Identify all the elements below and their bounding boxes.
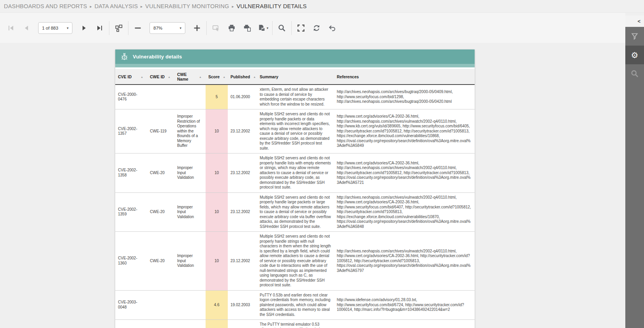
cell-score: 4.6 [206, 291, 228, 320]
magnifier-icon [278, 24, 286, 32]
column-header-cwe-id[interactable]: CWE ID▲ [147, 69, 174, 84]
zoom-level-select[interactable]: 87% ▾ [150, 22, 185, 34]
selection-pointer-icon [212, 24, 220, 32]
cell-published: 01.06.2000 [228, 85, 257, 109]
breadcrumb-arrow-icon: ▸ [90, 4, 92, 9]
cell-summary: Multiple SSH2 servers and clients do not… [257, 193, 334, 232]
sidebar-settings-button[interactable]: ⚙ [625, 46, 644, 64]
printer-page-icon [243, 24, 252, 32]
sort-ascending-icon: ▲ [137, 76, 143, 78]
right-sidebar: ⚙ [625, 27, 644, 328]
column-label: Score [208, 74, 220, 79]
cell-cwe-id: CWE-20 [147, 193, 174, 232]
zoom-out-button[interactable] [130, 20, 146, 36]
search-button[interactable] [274, 20, 290, 36]
breadcrumb-item[interactable]: VULNERABILITY MONITORING [145, 3, 229, 9]
undo-arrow-icon [328, 24, 336, 32]
cell-cwe-id [147, 291, 174, 320]
first-page-button[interactable] [3, 20, 19, 36]
selection-mode-button[interactable] [208, 20, 224, 36]
plus-icon [193, 24, 201, 32]
cell-score: 5 [206, 85, 228, 109]
cell-cve-id: CVE-2003-0048 [115, 291, 147, 320]
column-label: CVE ID [118, 74, 132, 79]
breadcrumb-item[interactable]: DASHBOARDS AND REPORTS [4, 3, 87, 9]
cell-cwe-name [174, 291, 206, 320]
table-row: CVE-2002-1358CWE-20Improper Input Valida… [115, 153, 475, 193]
undo-button[interactable] [324, 20, 340, 36]
magnifier-icon [630, 69, 639, 78]
cell-cwe-id: CWE-20 [147, 232, 174, 290]
table-row: CVE-2002-1360CWE-20Improper Input Valida… [115, 232, 475, 291]
fullscreen-icon [297, 24, 305, 32]
cell-cwe-id: CWE-119 [147, 109, 174, 153]
sort-ascending-icon: ▲ [250, 76, 256, 78]
cell-published: 23.12.2002 [228, 153, 257, 192]
cell-score: 10 [206, 153, 228, 192]
print-button[interactable] [224, 20, 239, 36]
table-header-row: CVE ID▲CWE ID▲CWE Name▲Score▲Published▲S… [115, 69, 475, 85]
report-title-bar: Vulnerability details [115, 49, 475, 64]
cell-summary: The PuTTY terminal emulator 0.53 allows … [257, 320, 334, 328]
cell-cwe-name: Improper Input Validation [174, 193, 206, 232]
export-button[interactable]: ▾ [255, 20, 271, 36]
cell-score: 10 [206, 193, 228, 232]
breadcrumb-item[interactable]: DATA ANALYSIS [95, 3, 138, 9]
print-page-setup-button[interactable] [239, 20, 255, 36]
viewer-content: Vulnerability details CVE ID▲CWE ID▲CWE … [0, 43, 625, 328]
report-header-strip [115, 64, 475, 67]
cell-score: 10 [206, 232, 228, 290]
gear-icon: ⚙ [631, 51, 639, 59]
cell-references: http://archives.neohapsis.com/archives/v… [334, 193, 475, 232]
cell-references: http://archives.neohapsis.com/archives/v… [334, 320, 475, 328]
column-label: Summary [260, 74, 278, 79]
breadcrumb-arrow-icon: ▸ [141, 4, 143, 9]
cell-cve-id: CVE-2002-1360 [115, 232, 147, 290]
next-page-icon [80, 24, 88, 32]
table-row: CVE-2003-00484.619.02.2003PuTTY 0.53b an… [115, 291, 475, 320]
chevron-down-icon: ▾ [267, 26, 269, 30]
sort-ascending-icon: ▲ [220, 76, 225, 78]
cell-references: http://www.cert.org/advisories/CA-2002-3… [334, 153, 475, 192]
cell-cwe-name: Improper Input Validation [174, 153, 206, 192]
breadcrumb-arrow-icon: ▸ [232, 4, 234, 9]
fullscreen-button[interactable] [293, 20, 309, 36]
page-number-value: 1 of 883 [42, 26, 58, 30]
column-label: Published [231, 74, 250, 79]
zoom-in-button[interactable] [189, 20, 205, 36]
column-header-published[interactable]: Published▲ [228, 69, 257, 84]
column-header-summary: Summary [257, 69, 334, 84]
cell-summary: PuTTY 0.53b and earlier does not clear l… [257, 291, 334, 320]
table-row: CVE-2002-1359CWE-20Improper Input Valida… [115, 193, 475, 232]
cell-published: 23.12.2002 [228, 109, 257, 153]
export-save-icon [257, 24, 266, 32]
cell-score: 10 [206, 109, 228, 153]
report-page: Vulnerability details CVE ID▲CWE ID▲CWE … [115, 49, 475, 328]
breadcrumb-item[interactable]: VULNERABILITY DETAILS [237, 3, 307, 9]
table-row: CVE-2003-00697.518.03.2003The PuTTY term… [115, 320, 475, 328]
chevron-left-icon[interactable]: < [637, 19, 640, 24]
table-body: CVE-2000-0476501.06.2000xterm, Eterm, an… [115, 85, 475, 328]
cell-published: 23.12.2002 [228, 193, 257, 232]
previous-page-icon [23, 24, 30, 32]
cell-summary: xterm, Eterm, and rxvt allow an attacker… [257, 85, 334, 109]
last-page-button[interactable] [92, 20, 107, 36]
multi-page-layout-icon [114, 24, 123, 32]
column-header-score[interactable]: Score▲ [206, 69, 228, 84]
next-page-button[interactable] [76, 20, 92, 36]
zoom-level-value: 87% [153, 26, 162, 30]
column-header-cve-id[interactable]: CVE ID▲ [115, 69, 147, 84]
cell-cwe-id [147, 320, 174, 328]
cell-published: 18.03.2003 [228, 320, 257, 328]
column-header-references: References [334, 69, 475, 84]
previous-page-button[interactable] [19, 20, 34, 36]
cell-cwe-name [174, 85, 206, 109]
sidebar-parameters-button[interactable] [625, 27, 644, 46]
refresh-button[interactable] [309, 20, 324, 36]
page-number-select[interactable]: 1 of 883 ▾ [38, 22, 72, 34]
table-row: CVE-2002-1357CWE-119Improper Restriction… [115, 109, 475, 153]
cell-cwe-name: Improper Restriction of Operations withi… [174, 109, 206, 153]
page-layout-button[interactable] [111, 20, 127, 36]
column-header-cwe-name[interactable]: CWE Name▲ [174, 69, 206, 84]
sidebar-search-button[interactable] [625, 64, 644, 83]
